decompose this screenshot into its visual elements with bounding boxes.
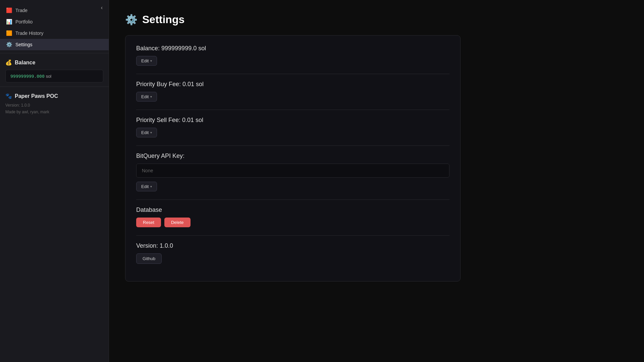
priority-buy-label: Priority Buy Fee: 0.01 sol (136, 81, 449, 88)
sidebar-item-settings[interactable]: ⚙️ Settings (0, 39, 109, 50)
page-header: ⚙️ Settings (125, 13, 628, 26)
balance-setting-row: Balance: 999999999.0 sol Edit ▾ (136, 45, 449, 66)
api-key-input[interactable] (136, 164, 449, 178)
sidebar-collapse-button[interactable]: ‹ (98, 3, 105, 12)
api-key-setting-row: BitQuery API Key: Edit ▾ (136, 153, 449, 191)
github-button[interactable]: Github (136, 253, 162, 264)
version-setting-row: Version: 1.0.0 Github (136, 242, 449, 264)
page-title: Settings (142, 13, 184, 26)
delete-button[interactable]: Delete (164, 218, 191, 227)
settings-card: Balance: 999999999.0 sol Edit ▾ Priority… (125, 35, 461, 282)
balance-title: 💰 Balance (5, 59, 103, 66)
balance-box: 999999999.000 sol (5, 70, 103, 82)
app-name: 🐾 Paper Paws POC (5, 93, 103, 99)
divider-4 (136, 199, 449, 200)
divider-1 (136, 74, 449, 74)
app-info: 🐾 Paper Paws POC Version: 1.0.0 Made by … (0, 87, 109, 120)
balance-title-icon: 💰 (5, 59, 12, 66)
balance-value: 999999999.000 (10, 74, 45, 79)
priority-sell-edit-button[interactable]: Edit ▾ (136, 128, 157, 137)
chevron-down-icon: ▾ (150, 59, 152, 63)
main-content: ⚙️ Settings Balance: 999999999.0 sol Edi… (109, 0, 644, 362)
priority-buy-setting-row: Priority Buy Fee: 0.01 sol Edit ▾ (136, 81, 449, 102)
divider-5 (136, 235, 449, 236)
balance-edit-button[interactable]: Edit ▾ (136, 56, 157, 66)
sidebar-item-label: Settings (15, 42, 33, 47)
sidebar-item-portfolio[interactable]: 📊 Portfolio (0, 16, 109, 27)
trade-history-icon: 🟧 (6, 30, 12, 36)
app-version: Version: 1.0.0 (5, 102, 103, 109)
database-label: Database (136, 206, 449, 214)
sidebar-item-label: Portfolio (15, 19, 33, 24)
balance-setting-label: Balance: 999999999.0 sol (136, 45, 449, 52)
priority-sell-setting-row: Priority Sell Fee: 0.01 sol Edit ▾ (136, 117, 449, 137)
version-label: Version: 1.0.0 (136, 242, 449, 249)
balance-section: 💰 Balance 999999999.000 sol (0, 53, 109, 87)
portfolio-icon: 📊 (6, 19, 12, 25)
database-buttons: Reset Delete (136, 218, 449, 227)
sidebar-item-trade[interactable]: 🟥 Trade (0, 5, 109, 16)
reset-button[interactable]: Reset (136, 218, 161, 227)
balance-unit-text: sol (46, 74, 52, 79)
trade-icon: 🟥 (6, 7, 12, 13)
divider-2 (136, 110, 449, 110)
sidebar-item-trade-history[interactable]: 🟧 Trade History (0, 27, 109, 39)
sidebar-nav: 🟥 Trade 📊 Portfolio 🟧 Trade History ⚙️ S… (0, 0, 109, 53)
page-gear-icon: ⚙️ (125, 14, 138, 25)
chevron-down-icon: ▾ (150, 95, 152, 99)
priority-buy-edit-button[interactable]: Edit ▾ (136, 92, 157, 102)
settings-nav-icon: ⚙️ (6, 42, 12, 48)
api-key-edit-button[interactable]: Edit ▾ (136, 182, 157, 191)
divider-3 (136, 145, 449, 146)
priority-sell-label: Priority Sell Fee: 0.01 sol (136, 117, 449, 124)
sidebar-item-label: Trade History (15, 31, 44, 36)
sidebar: ‹ 🟥 Trade 📊 Portfolio 🟧 Trade History ⚙️… (0, 0, 109, 362)
app-credits: Made by awl, ryan, mark (5, 109, 103, 115)
api-key-label: BitQuery API Key: (136, 153, 449, 160)
database-setting-row: Database Reset Delete (136, 206, 449, 227)
chevron-down-icon: ▾ (150, 185, 152, 188)
sidebar-item-label: Trade (15, 8, 28, 13)
app-icon: 🐾 (5, 93, 12, 99)
chevron-down-icon: ▾ (150, 131, 152, 134)
